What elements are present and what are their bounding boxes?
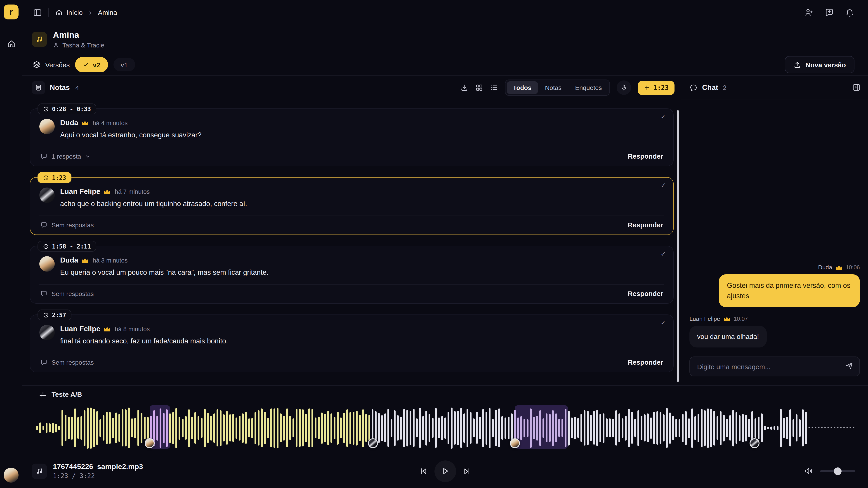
clock-icon [43,106,49,112]
notes-toolbar: Todos Notas Enquetes 1:23 [460,79,675,96]
chat-messages: Duda 10:06 Gostei mais da primeira versã… [681,99,868,352]
clock-icon [43,175,49,181]
reply-button[interactable]: Responder [628,152,663,160]
replies-toggle[interactable]: Sem respostas [40,359,94,366]
invite-user-icon[interactable] [804,8,814,17]
download-icon[interactable] [460,84,468,92]
note-card[interactable]: 1:58 - 2:11 ✓ Duda há 3 minutos [30,246,674,304]
crown-icon [104,189,110,194]
new-version-button[interactable]: Nova versão [785,56,855,73]
upload-icon [794,61,801,68]
notes-count: 4 [75,84,79,92]
filter-tab-todos[interactable]: Todos [506,81,538,94]
commenter-name: Luan Felipe [60,188,100,196]
player-controls [419,460,471,482]
notes-header: Notas 4 Todos N [22,76,681,99]
replies-toggle[interactable]: 1 resposta [40,153,91,160]
volume-slider[interactable] [820,470,855,472]
commenter-avatar [39,119,55,134]
current-user-avatar[interactable] [4,468,19,483]
crown-icon [724,317,730,322]
chat-message-meta: Duda 10:06 [818,264,860,271]
comment-text: Eu queria o vocal um pouco mais “na cara… [60,268,269,276]
chat-bubble-icon [689,84,698,92]
version-tab-v1[interactable]: v1 [114,58,135,71]
breadcrumb-current: Amina [98,8,117,16]
crown-icon [82,258,88,263]
note-card-highlighted[interactable]: 1:23 ✓ Luan Felipe há 7 minutos [30,177,674,235]
chat-time: 10:06 [846,264,860,271]
track-file-icon [32,463,47,479]
player-bar: 1767445226_sample2.mp3 1:23 / 3:22 [22,454,868,488]
chat-bubble-incoming: vou dar uma olhada! [689,326,767,348]
speaker-icon[interactable] [804,466,814,476]
home-icon [55,8,63,16]
resolve-check-icon[interactable]: ✓ [661,182,666,189]
add-note-button[interactable]: 1:23 [638,80,675,95]
reply-button[interactable]: Responder [628,290,663,297]
playback-time: 1:23 / 3:22 [53,472,143,480]
replies-toggle[interactable]: Sem respostas [40,290,94,297]
commenter-avatar [39,256,55,271]
comment-age: há 4 minutos [93,120,128,126]
note-timestamp-chip[interactable]: 1:58 - 2:11 [37,241,96,252]
feedback-icon[interactable] [825,8,834,17]
waveform-comment-marker[interactable] [749,438,759,448]
comment-age: há 3 minutos [93,257,128,264]
home-icon[interactable] [6,39,16,48]
sidebar: r [0,0,22,488]
chat-count: 2 [723,84,726,91]
version-tab-v2[interactable]: v2 [75,57,108,72]
chat-message-meta: Luan Felipe 10:07 [689,316,748,322]
notes-panel: Notas 4 Todos N [22,76,681,385]
waveform-section [22,402,868,454]
collapse-panel-icon[interactable] [852,83,861,92]
waveform-comment-marker[interactable] [510,438,520,448]
grid-view-icon[interactable] [475,84,483,92]
resolve-check-icon[interactable]: ✓ [661,113,666,120]
note-card[interactable]: 2:57 ✓ Luan Felipe há 8 minutos [30,315,674,372]
notes-scrollbar[interactable] [677,110,679,382]
reply-button[interactable]: Responder [628,221,663,229]
note-card[interactable]: 0:28 - 0:33 ✓ Duda há 4 minutos [30,108,674,166]
reply-button[interactable]: Responder [628,358,663,366]
resolve-check-icon[interactable]: ✓ [661,319,666,326]
crown-icon [836,265,842,270]
note-timestamp-chip[interactable]: 1:23 [37,172,72,183]
filter-tab-enquetes[interactable]: Enquetes [569,81,608,94]
person-icon [53,42,59,48]
comment-bubble-icon [40,221,48,228]
filter-tab-notas[interactable]: Notas [539,81,568,94]
commenter-name: Luan Felipe [60,325,100,333]
previous-track-button[interactable] [419,466,428,476]
send-message-icon[interactable] [845,361,854,370]
notifications-bell-icon[interactable] [845,8,855,17]
app-logo-letter: r [9,6,13,18]
note-timestamp-chip[interactable]: 0:28 - 0:33 [37,103,96,114]
ab-test-button[interactable]: Teste A/B [22,385,868,402]
volume-slider-handle[interactable] [834,467,842,475]
comment-text: acho que o backing entrou um tiquinho at… [60,200,247,208]
volume-control [804,466,855,476]
app-logo[interactable]: r [4,4,19,20]
crown-icon [82,121,88,125]
breadcrumb-home-label: Início [66,8,83,16]
sidebar-toggle-icon[interactable] [33,8,42,17]
comment-age: há 8 minutos [115,326,150,332]
list-view-icon[interactable] [490,84,498,92]
breadcrumb-home[interactable]: Início [55,8,83,16]
voice-note-mic-icon[interactable] [617,80,631,95]
resolve-check-icon[interactable]: ✓ [661,250,666,258]
artist-name: Tasha & Tracie [62,41,104,48]
waveform[interactable] [36,402,856,454]
chat-input-row [681,352,868,385]
clock-icon [43,312,49,318]
waveform-comment-marker[interactable] [368,438,378,448]
replies-toggle[interactable]: Sem respostas [40,221,94,228]
play-button[interactable] [434,460,456,482]
next-track-button[interactable] [462,466,471,476]
chevron-down-icon [85,153,91,159]
chat-message-input[interactable] [689,357,860,377]
comment-bubble-icon [40,290,48,297]
note-timestamp-chip[interactable]: 2:57 [37,310,72,320]
